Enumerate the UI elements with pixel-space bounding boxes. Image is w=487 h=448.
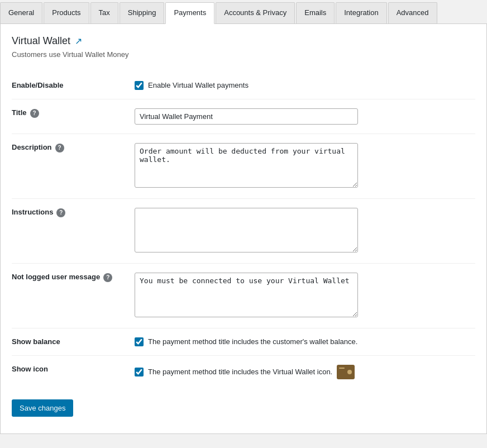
instructions-label-container: Instructions ? [12, 208, 123, 217]
description-label-container: Description ? [12, 143, 123, 152]
show-icon-label: Show icon [12, 365, 48, 373]
tab-payments[interactable]: Payments [165, 2, 214, 24]
enable-checkbox-label: Enable Virtual Wallet payments [148, 81, 249, 89]
tab-emails[interactable]: Emails [296, 2, 335, 23]
tab-products[interactable]: Products [44, 2, 89, 23]
wallet-icon [337, 365, 355, 379]
page-title-link-icon[interactable]: ↗ [75, 36, 82, 46]
show-icon-text: The payment method title includes the Vi… [148, 368, 332, 376]
page-title: Virtual Wallet ↗ [12, 35, 475, 47]
description-help-icon[interactable]: ? [55, 144, 64, 152]
not-logged-help-icon[interactable]: ? [103, 273, 112, 282]
tabs-nav: General Products Tax Shipping Payments A… [0, 0, 487, 24]
tab-advanced[interactable]: Advanced [388, 2, 437, 23]
instructions-label: Instructions [12, 208, 53, 216]
settings-table: Enable/Disable Enable Virtual Wallet pay… [12, 72, 475, 388]
tab-tax[interactable]: Tax [90, 2, 118, 23]
not-logged-label: Not logged user message [12, 273, 100, 281]
title-input[interactable] [135, 108, 358, 125]
show-icon-checkbox[interactable] [135, 368, 144, 376]
show-balance-text: The payment method title includes the cu… [148, 337, 357, 346]
title-help-icon[interactable]: ? [30, 109, 39, 118]
not-logged-row: Not logged user message ? You must be co… [12, 263, 475, 328]
instructions-textarea[interactable] [135, 208, 358, 252]
enable-row: Enable/Disable Enable Virtual Wallet pay… [12, 72, 475, 99]
tab-shipping[interactable]: Shipping [120, 2, 165, 23]
tab-integration[interactable]: Integration [336, 2, 386, 23]
show-balance-checkbox-row: The payment method title includes the cu… [135, 337, 470, 346]
title-label: Title [12, 108, 27, 117]
page-subtitle: Customers use Virtual Wallet Money [12, 50, 475, 59]
instructions-help-icon[interactable]: ? [56, 208, 65, 217]
show-icon-checkbox-row: The payment method title includes the Vi… [135, 365, 470, 379]
save-button[interactable]: Save changes [12, 399, 73, 417]
not-logged-label-container: Not logged user message ? [12, 273, 123, 282]
tab-general[interactable]: General [0, 2, 42, 23]
description-label: Description [12, 143, 52, 151]
title-row: Title ? [12, 99, 475, 134]
content-area: Virtual Wallet ↗ Customers use Virtual W… [0, 24, 487, 434]
enable-checkbox[interactable] [135, 81, 144, 90]
instructions-row: Instructions ? [12, 198, 475, 263]
show-icon-row: Show icon The payment method title inclu… [12, 355, 475, 388]
show-balance-row: Show balance The payment method title in… [12, 328, 475, 355]
enable-label: Enable/Disable [12, 81, 63, 89]
enable-checkbox-row: Enable Virtual Wallet payments [135, 81, 470, 90]
not-logged-textarea[interactable]: You must be connected to use your Virtua… [135, 273, 358, 317]
show-balance-checkbox[interactable] [135, 337, 144, 346]
show-icon-inner-row: The payment method title includes the Vi… [135, 368, 332, 376]
description-row: Description ? Order amount will be deduc… [12, 134, 475, 198]
description-textarea[interactable]: Order amount will be deducted from your … [135, 143, 358, 188]
show-icon-checkbox-label: The payment method title includes the Vi… [148, 368, 332, 376]
show-balance-checkbox-label: The payment method title includes the cu… [148, 337, 357, 346]
title-label-container: Title ? [12, 108, 123, 118]
tab-accounts-privacy[interactable]: Accounts & Privacy [216, 2, 295, 23]
page-title-text: Virtual Wallet [12, 35, 70, 47]
show-balance-label: Show balance [12, 337, 60, 346]
